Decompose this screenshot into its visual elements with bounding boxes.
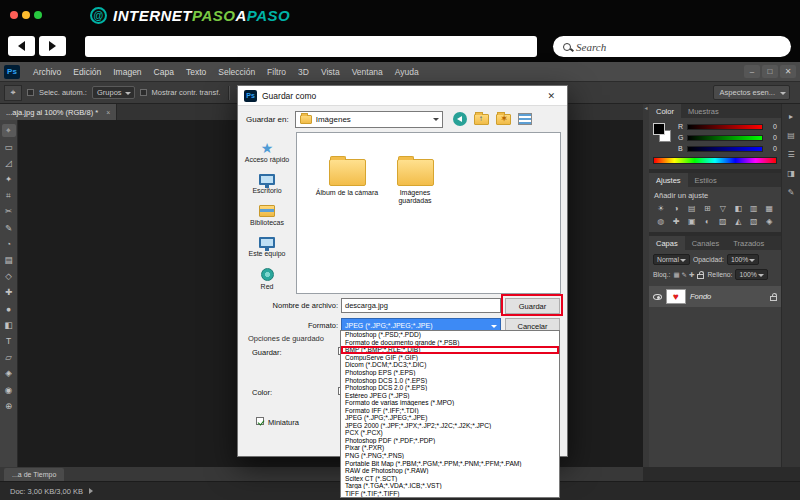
color-spectrum-ramp[interactable]: [653, 157, 777, 164]
tab-ajustes[interactable]: Ajustes: [649, 173, 688, 187]
close-dot-icon[interactable]: [10, 11, 18, 19]
tool-icon[interactable]: ⌖: [2, 124, 16, 137]
minimize-dot-icon[interactable]: [22, 11, 30, 19]
tool-icon[interactable]: ◉: [2, 383, 16, 396]
adjustment-icon[interactable]: ◐: [700, 217, 716, 226]
auto-select-checkbox[interactable]: [27, 89, 34, 96]
adjustment-icon[interactable]: ◑: [669, 204, 685, 213]
sidebar-item-libraries[interactable]: Bibliotecas: [238, 205, 296, 226]
menu-item[interactable]: Archivo: [27, 62, 67, 82]
tool-icon[interactable]: ◇: [2, 270, 16, 283]
panel-rail-icon[interactable]: ◨: [787, 169, 795, 178]
new-folder-icon[interactable]: [496, 114, 511, 125]
folder-item[interactable]: Álbum de la cámara: [315, 159, 379, 197]
folder-item[interactable]: Imágenes guardadas: [383, 159, 447, 206]
up-one-level-icon[interactable]: [474, 114, 489, 125]
address-bar[interactable]: [85, 36, 537, 57]
sidebar-item-network[interactable]: Red: [238, 268, 296, 290]
adjustment-icon[interactable]: ▧: [746, 217, 762, 226]
adjustment-icon[interactable]: ▦: [762, 204, 778, 213]
menu-item[interactable]: Capa: [148, 62, 180, 82]
channel-value[interactable]: 0: [767, 134, 777, 141]
adjustment-icon[interactable]: ☀: [653, 204, 669, 213]
tool-icon[interactable]: T: [2, 334, 16, 347]
forward-button[interactable]: [39, 36, 66, 56]
format-option[interactable]: Formato de varias imágenes (*.MPO): [341, 399, 559, 407]
panel-rail-icon[interactable]: ▤: [787, 131, 795, 140]
tool-icon[interactable]: ▤: [2, 254, 16, 267]
sidebar-item-desktop[interactable]: Escritorio: [238, 174, 296, 194]
menu-item[interactable]: 3D: [292, 62, 315, 82]
workspace-switcher[interactable]: Aspectos esen...: [713, 85, 790, 100]
format-option[interactable]: Photoshop DCS 2.0 (*.EPS): [341, 384, 559, 392]
dialog-titlebar[interactable]: Ps Guardar como ✕: [238, 86, 567, 106]
format-option[interactable]: RAW de Photoshop (*.RAW): [341, 467, 559, 475]
panel-rail-icon[interactable]: ✎: [788, 188, 795, 197]
maximize-dot-icon[interactable]: [34, 11, 42, 19]
view-menu-icon[interactable]: [518, 113, 532, 125]
adjustment-icon[interactable]: ⊞: [700, 204, 716, 213]
adjustment-icon[interactable]: ▣: [684, 217, 700, 226]
foreground-color-swatch[interactable]: [653, 123, 665, 135]
adjustment-icon[interactable]: ◈: [762, 217, 778, 226]
menu-item[interactable]: Filtro: [261, 62, 292, 82]
menu-item[interactable]: Vista: [315, 62, 346, 82]
tab-close-icon[interactable]: ×: [106, 109, 110, 116]
panel-rail-icon[interactable]: ☰: [787, 150, 794, 159]
format-option[interactable]: Pixar (*.PXR): [341, 444, 559, 452]
menu-item[interactable]: Selección: [212, 62, 261, 82]
tool-icon[interactable]: ⊕: [2, 399, 16, 412]
format-option[interactable]: JPEG (*.JPG;*.JPEG;*.JPE): [341, 414, 559, 422]
tab-capas[interactable]: Capas: [649, 236, 685, 250]
format-option[interactable]: PNG (*.PNG;*.PNS): [341, 452, 559, 460]
tool-icon[interactable]: ✦: [2, 173, 16, 186]
channel-slider[interactable]: [687, 135, 763, 141]
tool-icon[interactable]: ◧: [2, 318, 16, 331]
timeline-tab[interactable]: ...a de Tiempo: [4, 468, 64, 481]
tool-icon[interactable]: ⌗: [2, 189, 16, 202]
search-box[interactable]: Search: [553, 36, 791, 57]
thumbnail-checkbox[interactable]: [256, 417, 264, 425]
tool-icon[interactable]: ▱: [2, 351, 16, 364]
tab-muestras[interactable]: Muestras: [681, 104, 726, 118]
format-option[interactable]: Photoshop (*.PSD;*.PDD): [341, 331, 559, 339]
layer-thumbnail[interactable]: ♥: [666, 289, 686, 304]
opacity-dropdown[interactable]: 100%: [727, 254, 759, 265]
file-list[interactable]: Álbum de la cámara Imágenes guardadas: [296, 132, 561, 294]
channel-slider[interactable]: [687, 124, 763, 130]
menu-item[interactable]: Texto: [180, 62, 212, 82]
tab-estilos[interactable]: Estilos: [688, 173, 724, 187]
tool-icon[interactable]: ✂: [2, 205, 16, 218]
adjustment-icon[interactable]: ◭: [731, 217, 747, 226]
sidebar-item-quick-access[interactable]: ★ Acceso rápido: [238, 142, 296, 163]
filename-input[interactable]: descarga.jpg: [341, 298, 501, 313]
save-in-dropdown[interactable]: Imágenes: [295, 111, 443, 128]
tool-icon[interactable]: ◿: [2, 156, 16, 169]
panel-rail-icon[interactable]: ▸: [789, 112, 793, 121]
tool-icon[interactable]: ●: [2, 302, 16, 315]
tool-icon[interactable]: ◈: [2, 367, 16, 380]
dialog-close-icon[interactable]: ✕: [541, 91, 561, 101]
tab-color[interactable]: Color: [649, 104, 681, 118]
format-option[interactable]: Portable Bit Map (*.PBM;*.PGM;*.PPM;*.PN…: [341, 459, 559, 467]
adjustment-icon[interactable]: ◧: [731, 204, 747, 213]
channel-value[interactable]: 0: [767, 123, 777, 130]
adjustment-icon[interactable]: ▨: [715, 217, 731, 226]
format-option[interactable]: Formato IFF (*.IFF;*.TDI): [341, 406, 559, 414]
format-option[interactable]: Targa (*.TGA;*.VDA;*.ICB;*.VST): [341, 482, 559, 490]
lock-option-icon[interactable]: ✎: [682, 271, 687, 279]
channel-value[interactable]: 0: [767, 145, 777, 152]
tool-icon[interactable]: ▭: [2, 140, 16, 153]
tool-icon[interactable]: ◔: [2, 237, 16, 250]
menu-item[interactable]: Imagen: [107, 62, 147, 82]
active-tool-icon[interactable]: ⌖: [4, 85, 22, 101]
format-option[interactable]: Dicom (*.DCM;*.DC3;*.DIC): [341, 361, 559, 369]
tool-icon[interactable]: ✚: [2, 286, 16, 299]
adjustment-icon[interactable]: ▥: [746, 204, 762, 213]
close-icon[interactable]: ✕: [780, 65, 796, 78]
adjustment-icon[interactable]: ▤: [684, 204, 700, 213]
format-option[interactable]: PCX (*.PCX): [341, 429, 559, 437]
document-tab[interactable]: ...aja.jpg al 100% (RGB/8) * ×: [0, 104, 117, 120]
color-swatches[interactable]: [653, 123, 673, 145]
format-option[interactable]: TIFF (*.TIF;*.TIFF): [341, 489, 559, 497]
